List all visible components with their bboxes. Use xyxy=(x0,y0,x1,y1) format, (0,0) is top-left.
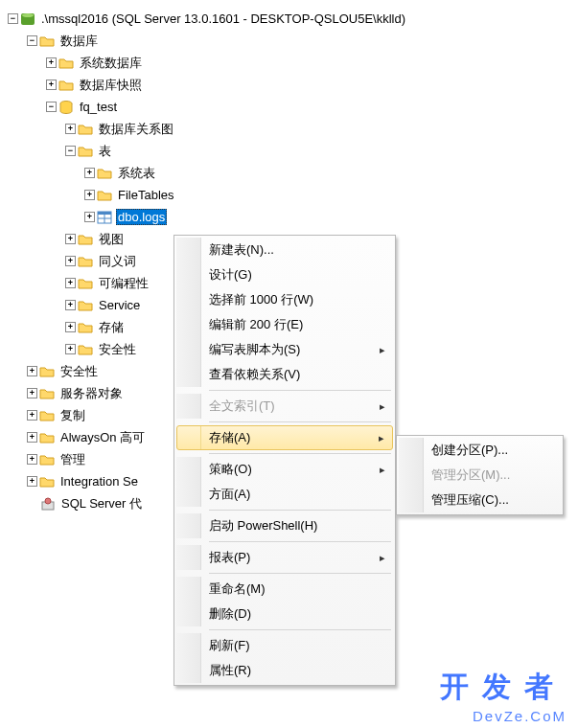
svg-point-8 xyxy=(45,498,51,504)
menu-design[interactable]: 设计(G) xyxy=(176,262,393,287)
menu-properties[interactable]: 属性(R) xyxy=(176,658,393,683)
menu-storage[interactable]: 存储(A) xyxy=(176,425,393,450)
folder-icon xyxy=(58,56,74,71)
expand-icon[interactable]: + xyxy=(65,124,76,134)
tree-sysdb[interactable]: +系统数据库 xyxy=(6,52,572,74)
menu-view-dependencies[interactable]: 查看依赖关系(V) xyxy=(176,362,393,387)
database-icon xyxy=(58,100,74,115)
storage-submenu: 创建分区(P)... 管理分区(M)... 管理压缩(C)... xyxy=(396,435,564,515)
expand-icon[interactable]: + xyxy=(27,476,37,487)
synonyms-label: 同义词 xyxy=(97,252,138,271)
watermark-url: DevZe.CoM xyxy=(473,708,566,724)
folder-icon xyxy=(58,78,74,93)
expand-icon[interactable]: + xyxy=(65,322,76,332)
tree-systables[interactable]: +系统表 xyxy=(6,162,572,184)
menu-script-table[interactable]: 编写表脚本为(S) xyxy=(176,337,393,362)
menu-separator xyxy=(209,541,391,542)
tree-fqtest[interactable]: −fq_test xyxy=(6,96,572,118)
menu-separator xyxy=(209,390,391,391)
service-label: Service xyxy=(97,297,142,313)
folder-icon xyxy=(39,408,55,423)
folder-icon xyxy=(39,430,55,445)
tree-snapshot[interactable]: +数据库快照 xyxy=(6,74,572,96)
menu-separator xyxy=(209,421,391,422)
expand-icon[interactable]: + xyxy=(65,234,76,244)
expand-icon[interactable]: + xyxy=(27,366,37,376)
folder-icon xyxy=(39,386,55,401)
folder-icon xyxy=(78,122,93,137)
folder-icon xyxy=(78,254,93,269)
fqtest-label: fq_test xyxy=(78,99,119,115)
menu-fulltext: 全文索引(T) xyxy=(176,394,393,419)
expand-icon[interactable]: + xyxy=(27,432,37,443)
menu-select-1000[interactable]: 选择前 1000 行(W) xyxy=(176,287,393,312)
expand-icon[interactable]: + xyxy=(84,168,95,178)
tree-root-server[interactable]: − .\mssql2016 (SQL Server 13.0.1601 - DE… xyxy=(6,8,572,30)
agent-label: SQL Server 代 xyxy=(59,494,144,513)
svg-point-1 xyxy=(22,13,34,17)
folder-icon xyxy=(39,364,55,379)
tree-diagram[interactable]: +数据库关系图 xyxy=(6,118,572,140)
expand-icon[interactable]: + xyxy=(65,344,76,354)
expand-icon[interactable]: + xyxy=(27,410,37,421)
menu-reports[interactable]: 报表(P) xyxy=(176,545,393,570)
systables-label: 系统表 xyxy=(116,164,157,183)
folder-icon xyxy=(78,276,93,291)
tree-dbo-logs[interactable]: +dbo.logs xyxy=(6,206,572,228)
folder-icon xyxy=(39,452,55,467)
serverobj-label: 服务器对象 xyxy=(58,384,125,403)
tables-label: 表 xyxy=(97,142,113,161)
context-menu: 新建表(N)... 设计(G) 选择前 1000 行(W) 编辑前 200 行(… xyxy=(173,235,396,686)
menu-refresh[interactable]: 刷新(F) xyxy=(176,633,393,658)
expand-icon[interactable]: + xyxy=(65,278,76,288)
expand-icon[interactable]: + xyxy=(84,212,95,222)
submenu-manage-partition: 管理分区(M)... xyxy=(399,463,561,488)
sysdb-label: 系统数据库 xyxy=(78,54,144,73)
expand-icon[interactable]: + xyxy=(46,57,57,68)
tree-databases[interactable]: −数据库 xyxy=(6,30,572,52)
collapse-icon[interactable]: − xyxy=(27,35,37,46)
submenu-manage-compression[interactable]: 管理压缩(C)... xyxy=(399,488,561,512)
alwayson-label: AlwaysOn 高可 xyxy=(58,428,147,447)
collapse-icon[interactable]: − xyxy=(46,102,57,112)
storage-label: 存储 xyxy=(97,318,126,337)
menu-facets[interactable]: 方面(A) xyxy=(176,482,393,507)
snapshot-label: 数据库快照 xyxy=(78,76,144,95)
views-label: 视图 xyxy=(97,230,126,249)
watermark-text: 开发者 xyxy=(440,668,566,707)
expand-icon[interactable]: + xyxy=(84,190,95,200)
menu-new-table[interactable]: 新建表(N)... xyxy=(176,238,393,262)
submenu-create-partition[interactable]: 创建分区(P)... xyxy=(399,438,561,463)
security-label: 安全性 xyxy=(58,362,100,381)
expand-icon[interactable]: + xyxy=(46,80,57,90)
dbo-logs-label: dbo.logs xyxy=(116,209,167,225)
menu-separator xyxy=(209,573,391,574)
menu-policies[interactable]: 策略(O) xyxy=(176,457,393,482)
table-icon xyxy=(97,210,112,225)
folder-icon xyxy=(78,320,93,335)
expand-icon[interactable]: + xyxy=(27,454,37,465)
server-icon xyxy=(20,11,35,27)
folder-icon xyxy=(97,166,112,181)
menu-delete[interactable]: 删除(D) xyxy=(176,602,393,626)
tree-filetables[interactable]: +FileTables xyxy=(6,184,572,206)
menu-separator xyxy=(209,510,391,511)
menu-separator xyxy=(209,629,391,630)
folder-icon xyxy=(39,474,55,489)
menu-rename[interactable]: 重命名(M) xyxy=(176,577,393,602)
dbsecurity-label: 安全性 xyxy=(97,340,138,359)
folder-icon xyxy=(39,34,55,49)
menu-edit-200[interactable]: 编辑前 200 行(E) xyxy=(176,312,393,337)
folder-icon xyxy=(78,342,93,357)
expand-icon[interactable]: + xyxy=(65,256,76,266)
collapse-icon[interactable]: − xyxy=(65,146,76,156)
svg-rect-4 xyxy=(98,212,111,215)
tree-tables[interactable]: −表 xyxy=(6,140,572,162)
menu-powershell[interactable]: 启动 PowerShell(H) xyxy=(176,513,393,538)
replication-label: 复制 xyxy=(58,406,87,425)
folder-icon xyxy=(78,144,93,159)
expand-icon[interactable]: + xyxy=(27,388,37,398)
expand-icon[interactable]: + xyxy=(65,300,76,310)
collapse-icon[interactable]: − xyxy=(8,13,18,24)
folder-icon xyxy=(78,232,93,247)
